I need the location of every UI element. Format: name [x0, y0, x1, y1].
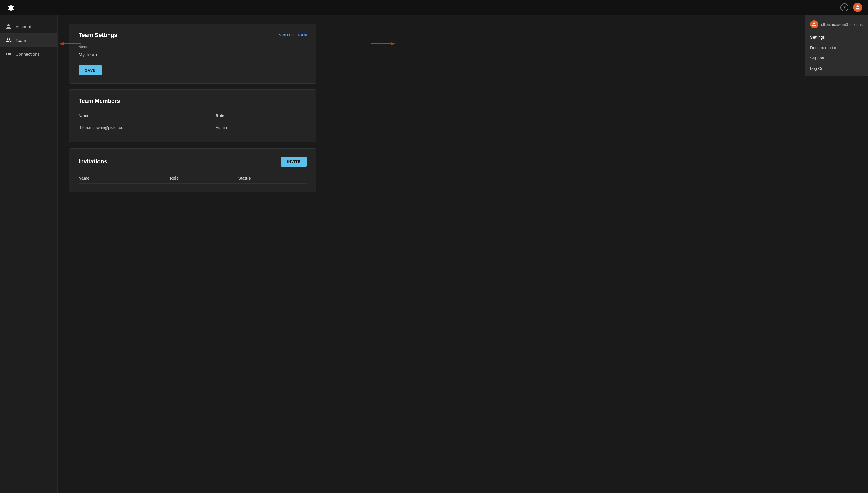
sidebar-item-account[interactable]: Account [0, 20, 57, 33]
members-table-body: dillon.mcewan@pictor.us Admin [79, 121, 307, 134]
sidebar-item-team-label: Team [16, 38, 26, 43]
save-button[interactable]: SAVE [79, 65, 102, 75]
main-content: Team Settings SWITCH TEAM Name SAVE Team… [58, 15, 868, 493]
members-col-role: Role [216, 111, 307, 121]
inv-col-status: Status [238, 173, 307, 184]
invitations-table: Name Role Status [79, 173, 307, 184]
invitations-title: Invitations [79, 158, 107, 165]
table-row: dillon.mcewan@pictor.us Admin [79, 121, 307, 134]
sidebar-item-team[interactable]: Team [0, 33, 57, 47]
dropdown-item-support[interactable]: Support [805, 53, 868, 63]
dropdown-avatar-icon [812, 22, 816, 27]
team-settings-title: Team Settings [79, 32, 117, 39]
members-col-name: Name [79, 111, 216, 121]
invitations-table-head: Name Role Status [79, 173, 307, 184]
inv-col-role: Role [170, 173, 238, 184]
members-table-head: Name Role [79, 111, 307, 121]
logo[interactable] [6, 2, 16, 13]
team-settings-header: Team Settings SWITCH TEAM [79, 32, 307, 39]
team-name-field-group: Name [79, 45, 307, 60]
sidebar: Account Team Connections [0, 15, 58, 493]
group-icon [6, 37, 12, 43]
dropdown-avatar [810, 20, 818, 28]
sidebar-item-connections[interactable]: Connections [0, 47, 57, 61]
team-settings-card: Team Settings SWITCH TEAM Name SAVE [69, 24, 316, 84]
member-role: Admin [216, 121, 307, 134]
team-name-input[interactable] [79, 50, 307, 60]
app-body: Account Team Connections Team Settings S… [0, 15, 868, 493]
inv-col-name: Name [79, 173, 170, 184]
members-table-header-row: Name Role [79, 111, 307, 121]
dropdown-item-logout[interactable]: Log Out [805, 63, 868, 73]
user-dropdown-menu: dillon.mcewan@pictor.us Settings Documen… [805, 15, 868, 76]
invitations-header-row: Name Role Status [79, 173, 307, 184]
plugin-icon [6, 51, 12, 57]
switch-team-button[interactable]: SWITCH TEAM [279, 33, 307, 37]
members-table: Name Role dillon.mcewan@pictor.us Admin [79, 111, 307, 134]
sidebar-item-account-label: Account [16, 24, 31, 29]
team-name-label: Name [79, 45, 307, 49]
user-avatar-button[interactable] [853, 3, 862, 12]
team-members-header: Team Members [79, 98, 307, 104]
topbar-right: ? [841, 3, 862, 12]
dropdown-item-documentation[interactable]: Documentation [805, 43, 868, 53]
invitations-header: Invitations INVITE [79, 156, 307, 167]
invite-button[interactable]: INVITE [281, 156, 307, 167]
member-name: dillon.mcewan@pictor.us [79, 121, 216, 134]
dropdown-item-settings[interactable]: Settings [805, 32, 868, 43]
team-members-card: Team Members Name Role dillon.mcewan@pic… [69, 89, 316, 143]
help-icon[interactable]: ? [841, 3, 848, 12]
topbar: ? [0, 0, 868, 15]
team-members-title: Team Members [79, 98, 120, 104]
invitations-card: Invitations INVITE Name Role Status [69, 148, 316, 192]
dropdown-email-row: dillon.mcewan@pictor.us [805, 18, 868, 32]
person-icon [6, 24, 12, 29]
sidebar-item-connections-label: Connections [16, 52, 39, 57]
dropdown-email-text: dillon.mcewan@pictor.us [821, 22, 863, 27]
